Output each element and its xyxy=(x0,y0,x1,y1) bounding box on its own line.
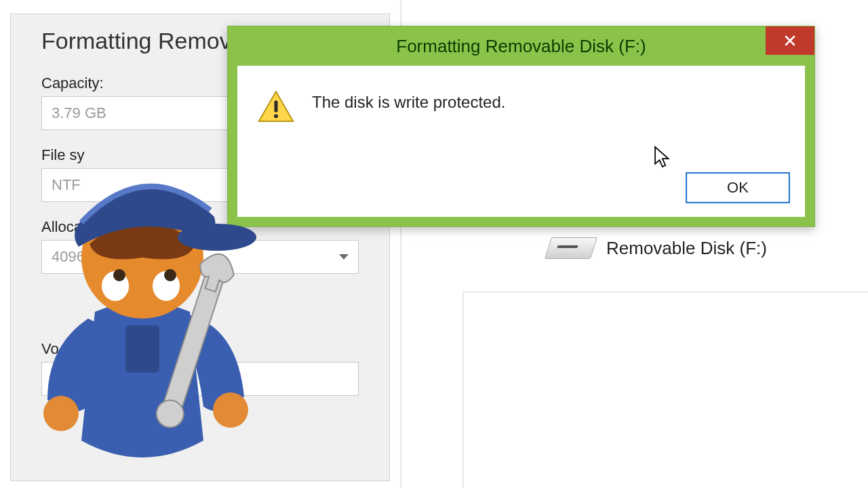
close-icon xyxy=(784,35,796,47)
message-box: Formatting Removable Disk (F:) The disk … xyxy=(227,26,815,227)
chevron-down-icon xyxy=(339,254,349,260)
drive-label: Removable Disk (F:) xyxy=(606,238,767,259)
svg-point-9 xyxy=(164,269,176,281)
svg-rect-4 xyxy=(125,325,159,373)
svg-point-8 xyxy=(113,269,125,281)
ok-button[interactable]: OK xyxy=(686,172,790,203)
svg-point-10 xyxy=(178,224,256,251)
divider-horizontal xyxy=(462,291,868,293)
divider-vertical-2 xyxy=(462,291,464,488)
message-box-title: Formatting Removable Disk (F:) xyxy=(396,36,646,57)
cursor-icon xyxy=(654,146,672,170)
capacity-value: 3.79 GB xyxy=(52,104,106,122)
technician-mascot-icon xyxy=(14,142,271,481)
svg-point-5 xyxy=(43,396,79,431)
svg-point-6 xyxy=(213,392,248,428)
svg-marker-3 xyxy=(655,147,669,167)
svg-rect-1 xyxy=(274,101,277,113)
message-text: The disk is write protected. xyxy=(312,93,505,112)
message-box-titlebar[interactable]: Formatting Removable Disk (F:) xyxy=(228,26,814,66)
svg-point-2 xyxy=(274,114,278,118)
drive-list-item[interactable]: Removable Disk (F:) xyxy=(542,230,767,266)
message-box-body: The disk is write protected. OK xyxy=(237,66,805,217)
removable-disk-icon xyxy=(542,230,599,266)
warning-icon xyxy=(258,90,294,123)
ok-button-label: OK xyxy=(727,179,749,197)
close-button[interactable] xyxy=(766,26,814,55)
